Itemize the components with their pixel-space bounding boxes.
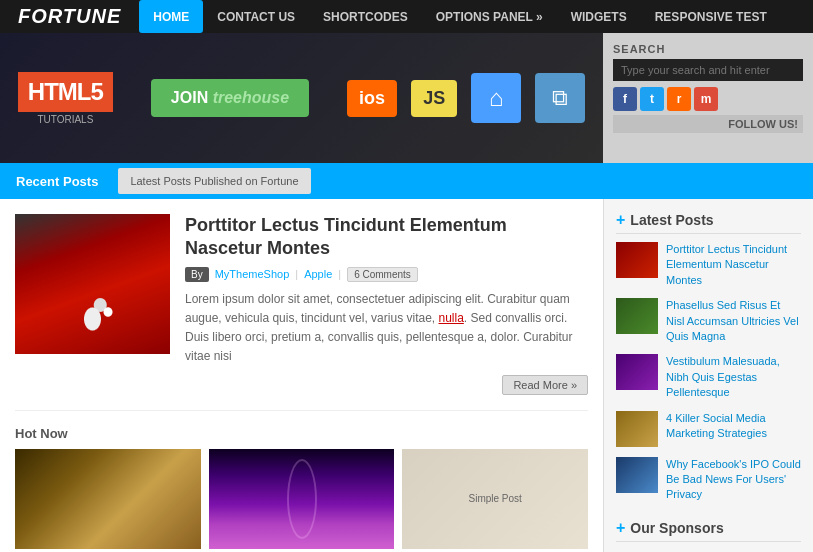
nav-responsive[interactable]: RESPONSIVE TEST: [641, 0, 781, 33]
ios-icon: ios: [347, 80, 397, 117]
main-content: Porttitor Lectus Tincidunt Elementum Nas…: [0, 199, 813, 552]
excerpt-link[interactable]: nulla: [438, 311, 463, 325]
search-input[interactable]: [613, 59, 803, 81]
list-item: Porttitor Lectus Tincidunt Elementum Nas…: [616, 242, 801, 288]
treehouse-label: treehouse: [213, 89, 289, 106]
plus-icon: +: [616, 211, 625, 229]
lp-text-2[interactable]: Vestibulum Malesuada, Nibh Quis Egestas …: [666, 354, 801, 400]
html5-badge: HTML5: [18, 72, 113, 112]
nav-widgets[interactable]: WIDGETS: [557, 0, 641, 33]
lp-thumb-4: [616, 457, 658, 493]
content-area: Porttitor Lectus Tincidunt Elementum Nas…: [0, 199, 603, 552]
nav-options[interactable]: OPTIONS PANEL »: [422, 0, 557, 33]
hot-item-0: Aliquet Pid Massa Porttitor Dictumst Ac …: [15, 449, 201, 552]
post-thumbnail: [15, 214, 170, 354]
post-content: Porttitor Lectus Tincidunt Elementum Nas…: [185, 214, 588, 395]
lp-thumb-3: [616, 411, 658, 447]
sponsors-section: + Our Sponsors: [616, 519, 801, 542]
lp-text-0[interactable]: Porttitor Lectus Tincidunt Elementum Nas…: [666, 242, 801, 288]
post-meta: By MyThemeShop | Apple | 6 Comments: [185, 267, 588, 282]
hot-now-section: Hot Now Aliquet Pid Massa Porttitor Dict…: [15, 426, 588, 552]
nav-contact[interactable]: CONTACT US: [203, 0, 309, 33]
post-excerpt: Lorem ipsum dolor sit amet, consectetuer…: [185, 290, 588, 367]
text-post-preview: Simple Post: [464, 488, 527, 509]
twitter-icon[interactable]: t: [640, 87, 664, 111]
sidebar: + Latest Posts Porttitor Lectus Tincidun…: [603, 199, 813, 552]
js-icon: JS: [411, 80, 457, 117]
lp-thumb-2: [616, 354, 658, 390]
lp-thumb-0: [616, 242, 658, 278]
lp-text-1[interactable]: Phasellus Sed Risus Et Nisl Accumsan Ult…: [666, 298, 801, 344]
meta-sep: |: [295, 268, 298, 280]
latest-posts-title: + Latest Posts: [616, 211, 801, 234]
lp-text-3[interactable]: 4 Killer Social Media Marketing Strategi…: [666, 411, 801, 442]
hot-thumb-tunnel: [209, 449, 395, 549]
hot-now-grid: Aliquet Pid Massa Porttitor Dictumst Ac …: [15, 449, 588, 552]
list-item: Phasellus Sed Risus Et Nisl Accumsan Ult…: [616, 298, 801, 344]
nav-items: HOME CONTACT US SHORTCODES OPTIONS PANEL…: [139, 0, 780, 33]
list-item: Vestibulum Malesuada, Nibh Quis Egestas …: [616, 354, 801, 400]
read-more-area: Read More »: [185, 375, 588, 395]
hot-thumb-text: Simple Post: [402, 449, 588, 549]
list-item: 4 Killer Social Media Marketing Strategi…: [616, 411, 801, 447]
html5-sub: TUTORIALS: [18, 114, 113, 125]
navigation: FORTUNE HOME CONTACT US SHORTCODES OPTIO…: [0, 0, 813, 33]
meta-author[interactable]: MyThemeShop: [215, 268, 290, 280]
nav-home[interactable]: HOME: [139, 0, 203, 33]
meta-apple[interactable]: Apple: [304, 268, 332, 280]
join-treehouse-button[interactable]: JOIN treehouse: [151, 79, 309, 117]
banner: HTML5 TUTORIALS JOIN treehouse ios JS ⌂ …: [0, 33, 813, 163]
banner-right: SEARCH f t r m FOLLOW US!: [603, 33, 813, 163]
hot-item-2: Simple Post A Simple Post With Text: [402, 449, 588, 552]
sponsors-plus-icon: +: [616, 519, 625, 537]
rss-icon[interactable]: r: [667, 87, 691, 111]
banner-left: HTML5 TUTORIALS JOIN treehouse ios JS ⌂ …: [0, 33, 603, 163]
hot-item-1: Why Facebook's IPO Could Be Bad News For…: [209, 449, 395, 552]
tab-subtitle: Latest Posts Published on Fortune: [118, 168, 310, 194]
sponsors-title: + Our Sponsors: [616, 519, 801, 542]
list-item: Why Facebook's IPO Could Be Bad News For…: [616, 457, 801, 503]
tabs-bar: Recent Posts Latest Posts Published on F…: [0, 163, 813, 199]
meta-comments[interactable]: 6 Comments: [347, 267, 418, 282]
social-icons: f t r m: [613, 87, 803, 111]
tunnel-decoration: [287, 459, 317, 539]
hot-now-title: Hot Now: [15, 426, 588, 441]
nav-shortcodes[interactable]: SHORTCODES: [309, 0, 422, 33]
latest-posts-section: + Latest Posts Porttitor Lectus Tincidun…: [616, 211, 801, 503]
facebook-icon[interactable]: f: [613, 87, 637, 111]
search-label: SEARCH: [613, 43, 803, 55]
lp-text-4[interactable]: Why Facebook's IPO Could Be Bad News For…: [666, 457, 801, 503]
post-title[interactable]: Porttitor Lectus Tincidunt Elementum Nas…: [185, 214, 588, 261]
featured-post: Porttitor Lectus Tincidunt Elementum Nas…: [15, 214, 588, 411]
read-more-button[interactable]: Read More »: [502, 375, 588, 395]
nav-logo[interactable]: FORTUNE: [0, 5, 139, 28]
puzzle-icon: ⧉: [535, 73, 585, 123]
post-thumb-image: [15, 214, 170, 354]
follow-us-label: FOLLOW US!: [613, 115, 803, 133]
tab-recent-posts[interactable]: Recent Posts: [0, 163, 114, 199]
meta-sep2: |: [338, 268, 341, 280]
lp-thumb-1: [616, 298, 658, 334]
hot-thumb-cat: [15, 449, 201, 549]
meta-by: By: [185, 267, 209, 282]
html5-badge-area: HTML5 TUTORIALS: [18, 72, 113, 125]
house-icon: ⌂: [471, 73, 521, 123]
gmail-icon[interactable]: m: [694, 87, 718, 111]
